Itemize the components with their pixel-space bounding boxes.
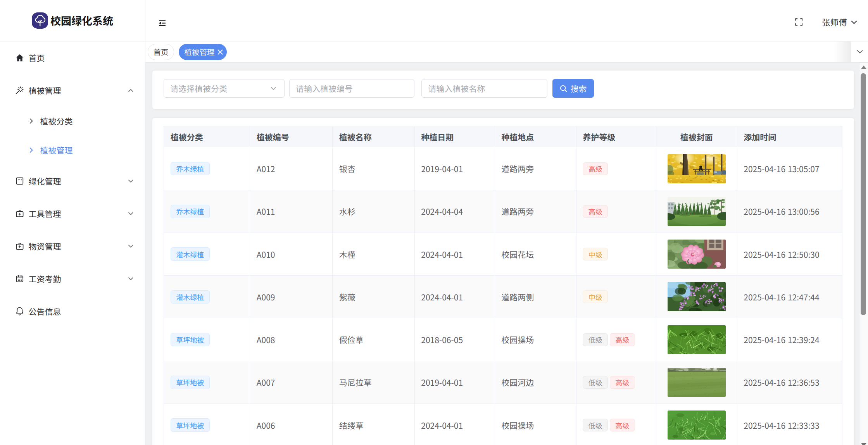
plant-photo-manila-grass-lawn[interactable] <box>668 368 726 397</box>
cell-location: 道路两旁 <box>495 147 576 190</box>
chevron-up-icon <box>128 87 134 94</box>
cell-plant-date: 2019-04-01 <box>414 361 495 404</box>
cell-added-time: 2025-04-16 13:00:56 <box>737 190 842 233</box>
code-input[interactable] <box>289 79 414 98</box>
level-tag: 高级 <box>610 333 635 346</box>
plant-photo-pink-hibiscus-flower[interactable] <box>668 240 726 269</box>
cell-plant-date: 2024-04-04 <box>414 190 495 233</box>
cell-added-time: 2025-04-16 12:33:33 <box>737 404 842 445</box>
memo-icon <box>15 176 25 186</box>
app-logo: 校园绿化系统 <box>0 0 145 41</box>
bell-icon <box>15 306 25 316</box>
chevron-down-icon <box>128 210 134 217</box>
sidebar-item-label: 绿化管理 <box>29 175 128 187</box>
sidebar-item-vegetation[interactable]: 植被管理 <box>0 74 145 107</box>
sidebar-item-supplies[interactable]: 物资管理 <box>0 230 145 262</box>
cell-code: A006 <box>250 404 333 445</box>
cell-name: 木槿 <box>333 233 415 275</box>
tab-label: 植被管理 <box>185 46 215 57</box>
cell-photo <box>656 361 737 404</box>
name-input[interactable] <box>421 79 547 98</box>
sidebar-menu: 首页 植被管理 植被分类 植被管理 绿化管理 工具管理 物资管理 工资考勤 公告… <box>0 41 145 445</box>
cell-photo <box>656 404 737 445</box>
sidebar-item-label: 物资管理 <box>29 240 128 252</box>
column-header: 种植地点 <box>495 126 576 147</box>
cell-photo <box>656 233 737 275</box>
cell-levels: 高级 <box>576 147 656 190</box>
scrollbar-thumb[interactable] <box>861 73 866 315</box>
header: 张师傅 <box>145 0 868 41</box>
search-button[interactable]: 搜索 <box>552 79 594 98</box>
category-tag: 草坪地被 <box>171 333 210 347</box>
tab-overflow-fade <box>834 41 851 62</box>
level-tag: 高级 <box>610 376 635 389</box>
sidebar-item-label: 工具管理 <box>29 208 128 219</box>
cell-levels: 低级高级 <box>576 318 656 361</box>
tab-bar: 首页 植被管理 <box>145 41 868 63</box>
data-table: 植被分类植被编号植被名称种植日期种植地点养护等级植被封面添加时间 乔木绿植 A0… <box>164 126 842 445</box>
magic-stick-icon <box>15 85 25 95</box>
chevron-down-icon <box>851 19 858 26</box>
cell-code: A010 <box>250 233 333 275</box>
cell-location: 校园河边 <box>495 361 576 404</box>
sidebar: 校园绿化系统 首页 植被管理 植被分类 植被管理 绿化管理 工具管理 物资管理 … <box>0 0 145 445</box>
close-tab-icon[interactable] <box>217 49 224 55</box>
tab-vegetation-management[interactable]: 植被管理 <box>179 44 227 60</box>
table-row: 乔木绿植 A012 银杏 2019-04-01 道路两旁 高级 2025-04-… <box>164 147 842 190</box>
category-select[interactable]: 请选择植被分类 <box>164 79 285 98</box>
plant-photo-ginkgo-autumn-trees[interactable] <box>668 154 726 183</box>
sidebar-item-home[interactable]: 首页 <box>0 41 145 74</box>
scroll-up-arrow-icon[interactable] <box>861 66 866 69</box>
user-menu[interactable]: 张师傅 <box>822 16 858 28</box>
cell-plant-date: 2024-04-01 <box>414 233 495 275</box>
sidebar-subitem-label: 植被管理 <box>40 144 73 156</box>
category-tag: 灌木绿植 <box>171 290 210 304</box>
sidebar-item-announcements[interactable]: 公告信息 <box>0 295 145 328</box>
category-tag: 乔木绿植 <box>171 162 210 176</box>
sidebar-item-greening[interactable]: 绿化管理 <box>0 165 145 197</box>
sidebar-subitem-vegetation-category[interactable]: 植被分类 <box>0 107 145 136</box>
fullscreen-icon[interactable] <box>795 18 803 26</box>
sidebar-subitem-label: 植被分类 <box>40 115 73 127</box>
cell-levels: 中级 <box>576 276 656 318</box>
table-row: 灌木绿植 A009 紫薇 2024-04-01 道路两侧 中级 2025-04-… <box>164 276 842 318</box>
category-tag: 灌木绿植 <box>171 247 210 261</box>
fold-sidebar-icon[interactable] <box>158 19 167 28</box>
chevron-down-icon <box>270 85 277 92</box>
level-tag: 低级 <box>583 333 608 346</box>
cell-name: 银杏 <box>333 147 415 190</box>
sidebar-item-tools[interactable]: 工具管理 <box>0 197 145 230</box>
column-header: 添加时间 <box>737 126 842 147</box>
level-tag: 低级 <box>583 376 608 389</box>
scrollbar[interactable] <box>859 63 868 445</box>
level-tag: 高级 <box>583 162 608 175</box>
chevron-down-icon <box>128 276 134 282</box>
sidebar-item-payroll[interactable]: 工资考勤 <box>0 262 145 295</box>
chevron-down-icon <box>128 178 134 185</box>
sidebar-item-label: 公告信息 <box>29 305 134 317</box>
cell-photo <box>656 147 737 190</box>
level-tag: 中级 <box>583 248 608 260</box>
plant-photo-centipede-grass-closeup[interactable] <box>668 325 726 354</box>
cell-added-time: 2025-04-16 13:05:07 <box>737 147 842 190</box>
cell-photo <box>656 318 737 361</box>
tab-home[interactable]: 首页 <box>148 44 174 60</box>
sidebar-item-label: 工资考勤 <box>29 273 128 285</box>
cell-location: 校园操场 <box>495 318 576 361</box>
cell-levels: 高级 <box>576 190 656 233</box>
column-header: 植被编号 <box>250 126 333 147</box>
cell-code: A007 <box>250 361 333 404</box>
sidebar-subitem-vegetation-management[interactable]: 植被管理 <box>0 136 145 165</box>
plant-photo-purple-crape-myrtle[interactable] <box>668 282 726 311</box>
plant-photo-metasequoia-tree-rows[interactable] <box>668 197 726 226</box>
chevron-down-icon <box>128 243 134 250</box>
plant-photo-zoysia-grass-closeup[interactable] <box>668 411 726 440</box>
tab-list-dropdown[interactable] <box>851 41 868 62</box>
scroll-down-arrow-icon[interactable] <box>861 443 866 445</box>
data-table-card: 植被分类植被编号植被名称种植日期种植地点养护等级植被封面添加时间 乔木绿植 A0… <box>152 118 854 445</box>
chevron-right-icon <box>28 118 35 124</box>
app-logo-icon <box>32 12 48 29</box>
table-row: 草坪地被 A006 结缕草 2024-04-01 校园操场 低级高级 2025-… <box>164 404 842 445</box>
cell-name: 水杉 <box>333 190 415 233</box>
content-area: 请选择植被分类 搜索 植被分类植被编号植被名称种植日期种植地点养护等级植被封面添… <box>145 63 868 445</box>
